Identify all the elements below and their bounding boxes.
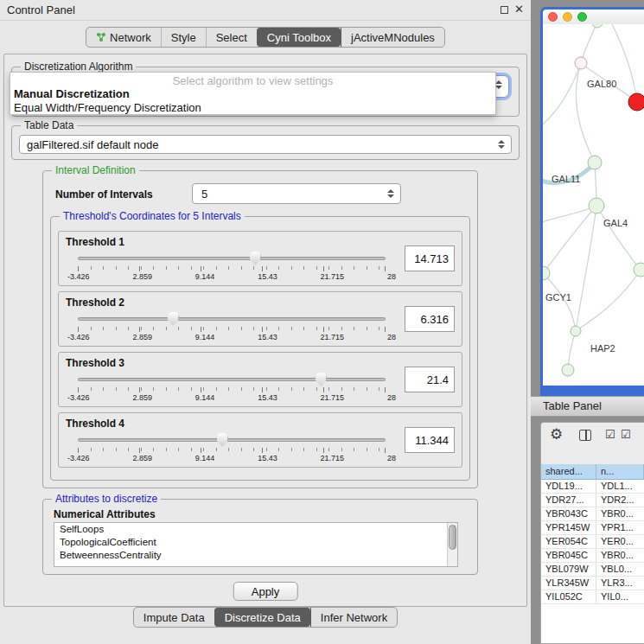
chevron-up-down-icon (495, 80, 502, 89)
node-label: GCY1 (545, 292, 571, 303)
column-header[interactable]: shared... (541, 464, 596, 480)
float-window-icon[interactable] (501, 6, 508, 14)
slider-tick-labels: -3.4262.8599.14415.4321.71528 (67, 272, 396, 281)
table-row[interactable]: YDL19...YDL1... (541, 480, 644, 494)
table-row[interactable]: YIL052CYIL0... (541, 590, 644, 604)
checkbox-toolbar-icon[interactable]: ☑ (605, 428, 615, 441)
table-row[interactable]: YBR043CYBR0... (541, 507, 644, 521)
network-node[interactable] (592, 24, 603, 28)
network-node[interactable] (543, 266, 550, 280)
tab-style[interactable]: Style (161, 28, 206, 47)
table-data-group: Table Data galFiltered.sif default node (11, 125, 520, 160)
threshold-2-slider[interactable] (78, 311, 386, 326)
discretize-settings-panel: Discretization Algorithm Select algorith… (3, 54, 527, 607)
control-panel-titlebar: Control Panel ✕ (0, 0, 531, 21)
group-label: Threshold's Coordinates for 5 Intervals (60, 210, 245, 222)
app-root: Control Panel ✕ Network Style (0, 0, 644, 644)
number-of-intervals-label: Number of Intervals (55, 188, 153, 201)
tab-select[interactable]: Select (206, 28, 257, 47)
slider-thumb[interactable] (250, 252, 261, 265)
network-canvas[interactable]: GAL80 GAL11 GAL4 GCY1 HAP2 (543, 24, 644, 386)
group-label: Attributes to discretize (52, 493, 161, 505)
threshold-3-value-field[interactable] (405, 367, 455, 392)
number-of-intervals-spinner[interactable]: 5 (192, 183, 401, 204)
dropdown-option-equal-width[interactable]: Equal Width/Frequency Discretization (10, 101, 495, 115)
slider-major-ticks (78, 387, 386, 392)
tab-discretize-data[interactable]: Discretize Data (214, 608, 310, 627)
top-tab-bar: Network Style Select Cyni Toolbox jActiv… (0, 27, 531, 48)
tab-label: Network (110, 31, 151, 44)
slider-thumb[interactable] (316, 373, 327, 386)
numerical-attributes-list: SelfLoops TopologicalCoefficient Between… (54, 522, 458, 567)
list-item[interactable]: BetweennessCentrality (54, 549, 457, 562)
slider-track[interactable] (78, 257, 386, 260)
apply-button[interactable]: Apply (233, 582, 298, 601)
scrollbar[interactable] (447, 523, 457, 566)
network-node[interactable] (562, 364, 574, 376)
mac-zoom-button[interactable] (577, 12, 587, 22)
table-data-combobox[interactable]: galFiltered.sif default node (19, 135, 512, 154)
node-label: HAP2 (590, 343, 615, 354)
tab-jactivemnodules[interactable]: jActiveMNodules (341, 28, 444, 47)
table-row[interactable]: YLR345WYLR3... (541, 577, 644, 590)
columns-icon[interactable] (579, 430, 591, 441)
threshold-1-value-field[interactable] (405, 245, 455, 271)
network-node[interactable] (575, 57, 587, 69)
tab-infer-network[interactable]: Infer Network (310, 608, 397, 627)
tab-network[interactable]: Network (86, 28, 161, 47)
gear-icon[interactable]: ⚙ (550, 425, 563, 443)
dropdown-placeholder: Select algorithm to view settings (10, 74, 495, 87)
table-panel-header: Table Panel (531, 396, 644, 417)
network-icon (96, 32, 106, 42)
mac-close-button[interactable] (548, 12, 558, 22)
table-row[interactable]: YBR045CYBR0... (541, 549, 644, 563)
threshold-label: Threshold 3 (66, 357, 124, 369)
slider-track[interactable] (78, 378, 386, 381)
interval-definition-group: Interval Definition Number of Intervals … (42, 170, 478, 488)
scrollbar-thumb[interactable] (449, 525, 456, 550)
network-node[interactable] (589, 198, 604, 214)
spinner-value: 5 (201, 188, 207, 201)
table-row[interactable]: YPR145WYPR1... (541, 521, 644, 535)
threshold-1-slider[interactable] (78, 251, 386, 265)
table-toolbar: ⚙ ☑ ☑ (541, 423, 644, 449)
mac-minimize-button[interactable] (563, 12, 572, 22)
column-header[interactable]: n... (596, 464, 644, 480)
slider-track[interactable] (78, 317, 386, 321)
network-window-titlebar (543, 10, 644, 24)
table-row[interactable]: YER054CYER0... (541, 535, 644, 549)
slider-track[interactable] (78, 438, 386, 442)
table-row[interactable]: YDR27...YDR2... (541, 494, 644, 507)
network-node[interactable] (571, 326, 581, 336)
tab-impute-data[interactable]: Impute Data (134, 608, 214, 627)
slider-thumb[interactable] (168, 312, 179, 326)
threshold-2-value-field[interactable] (405, 306, 455, 332)
node-label: GAL11 (552, 174, 580, 184)
slider-tick-labels: -3.4262.8599.14415.4321.71528 (67, 393, 396, 402)
threshold-3-slider[interactable] (78, 372, 386, 386)
dropdown-option-manual[interactable]: Manual Discretization (10, 87, 495, 101)
table-row[interactable]: YBL079WYBL0... (541, 563, 644, 577)
group-label: Discretization Algorithm (21, 61, 136, 73)
list-item[interactable]: SelfLoops (54, 523, 457, 536)
list-item[interactable]: TopologicalCoefficient (54, 536, 457, 549)
network-node[interactable] (588, 156, 602, 169)
close-icon[interactable]: ✕ (514, 3, 524, 16)
slider-thumb[interactable] (217, 433, 228, 447)
node-table: shared... n... YDL19...YDL1... YDR27...Y… (541, 464, 644, 643)
network-edges (543, 24, 641, 370)
selected-node[interactable] (628, 93, 644, 111)
network-node[interactable] (634, 263, 644, 277)
table-data-selected: galFiltered.sif default node (27, 138, 158, 151)
panel-title: Control Panel (7, 3, 75, 16)
slider-tick-labels: -3.4262.8599.14415.4321.71528 (67, 333, 396, 341)
threshold-4-value-field[interactable] (405, 427, 455, 453)
slider-tick-labels: -3.4262.8599.14415.4321.71528 (67, 454, 396, 462)
group-label: Interval Definition (52, 164, 139, 176)
threshold-3-block: Threshold 3 -3.4262.8599.14415.4321.7152… (58, 352, 462, 407)
threshold-4-slider[interactable] (78, 432, 386, 447)
checkbox-toolbar-icon[interactable]: ☑ (621, 428, 631, 441)
chevron-up-down-icon (387, 189, 394, 198)
slider-major-ticks (78, 266, 386, 271)
tab-cyni-toolbox[interactable]: Cyni Toolbox (257, 28, 341, 47)
